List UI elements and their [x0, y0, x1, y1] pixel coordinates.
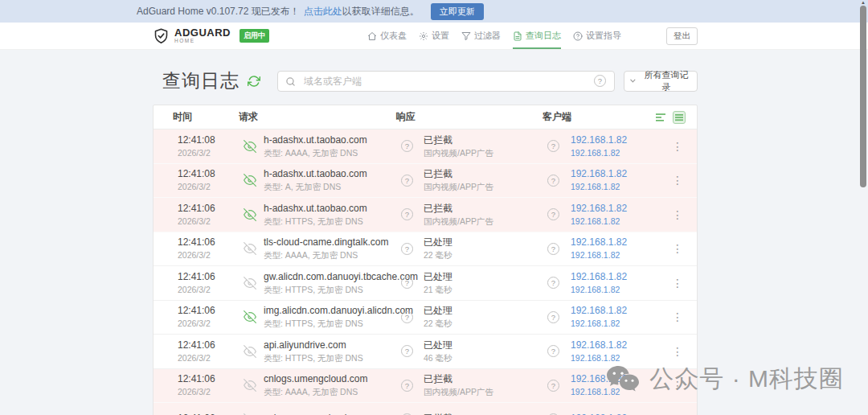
search-input[interactable] — [277, 71, 615, 92]
domain: img.alicdn.com.danuoyi.alicdn.com — [264, 305, 413, 317]
domain: h-adashx.ut.taobao.com — [264, 168, 367, 180]
query-log-toolbar: 查询日志 ? 所有查询记录 — [153, 68, 698, 93]
time-cell: 12:41:06 2026/3/2 — [178, 373, 244, 397]
request-cell: h-adashx.ut.taobao.com 类型: HTTPS, 无加密 DN… — [244, 203, 401, 227]
response-cell: ? 已处理 46 毫秒 — [401, 339, 547, 364]
client-info-icon: ? — [547, 243, 559, 255]
row-menu-icon[interactable]: ⋮ — [669, 140, 686, 153]
time-cell: 12:41:06 2026/3/2 — [178, 271, 244, 295]
client-ip-link[interactable]: 192.168.1.82 — [571, 203, 627, 215]
row-menu-icon[interactable]: ⋮ — [669, 174, 686, 187]
response-status: 已拦截 — [424, 203, 493, 215]
response-info-icon: ? — [401, 345, 413, 357]
response-info-icon: ? — [401, 175, 413, 187]
client-name-link[interactable]: 192.168.1.82 — [571, 318, 627, 329]
client-name-link[interactable]: 192.168.1.82 — [571, 285, 627, 295]
client-name-link[interactable]: 192.168.1.82 — [571, 250, 627, 261]
page-title: 查询日志 — [162, 68, 240, 93]
time-cell: 12:41:08 2026/3/2 — [178, 168, 244, 192]
client-ip-link[interactable]: 192.168.1.82 — [571, 271, 627, 283]
query-filter-label: 所有查询记录 — [641, 69, 692, 93]
top-nav: ADGUARD HOME 启用中 仪表盘 设置 过滤器 — [0, 23, 868, 50]
client-name-link[interactable]: 192.168.1.82 — [571, 216, 627, 227]
row-menu-icon[interactable]: ⋮ — [669, 242, 686, 255]
request-cell: api.aliyundrive.com 类型: HTTPS, 无加密 DNS — [244, 339, 401, 364]
client-info-icon: ? — [547, 345, 559, 357]
update-now-button[interactable]: 立即更新 — [431, 3, 484, 20]
shield-check-icon — [153, 27, 170, 44]
log-row: 12:41:06 2026/3/2 tls-cloud-cname.dingta… — [154, 232, 697, 267]
eye-off-icon — [244, 310, 256, 323]
response-detail: 国内视频/APP广告 — [424, 216, 493, 227]
eye-off-icon — [244, 379, 256, 392]
table-header: 时间 请求 响应 客户端 — [154, 105, 697, 129]
col-header-client: 客户端 — [542, 110, 651, 124]
wechat-icon — [606, 364, 640, 395]
compact-view-icon[interactable] — [656, 112, 667, 123]
client-ip-link[interactable]: 192.168.1.82 — [571, 236, 627, 249]
request-cell: h-adashx.ut.taobao.com 类型: AAAA, 无加密 DNS — [244, 134, 401, 158]
query-type: 类型: AAAA, 无加密 DNS — [264, 148, 367, 158]
update-details-link[interactable]: 点击此处 — [304, 5, 342, 18]
client-cell: ? 192.168.1.82 192.168.1.82 — [547, 236, 656, 261]
query-type: 类型: A, 无加密 DNS — [264, 182, 367, 192]
client-ip-link[interactable]: 192.168.1.82 — [571, 168, 627, 180]
scroll-up-arrow-icon[interactable]: ▲ — [861, 0, 866, 5]
logout-button[interactable]: 登出 — [666, 27, 698, 45]
response-detail: 国内视频/APP广告 — [424, 148, 493, 158]
row-menu-icon[interactable]: ⋮ — [669, 277, 686, 290]
client-ip-link[interactable]: 192.168.1.82 — [571, 339, 627, 351]
nav-item-dashboard[interactable]: 仪表盘 — [367, 23, 407, 49]
client-cell: ? 192.168.1.82 192.168.1.82 — [547, 168, 656, 192]
client-cell: ? 192.168.1.82 192.168.1.82 — [547, 339, 656, 364]
request-cell: tls-cloud-cname.dingtalk.com 类型: AAAA, 无… — [244, 236, 401, 261]
client-name-link[interactable]: 192.168.1.82 — [571, 148, 627, 158]
response-cell: ? 已处理 22 毫秒 — [401, 236, 547, 261]
row-menu-icon[interactable]: ⋮ — [669, 345, 686, 358]
update-message-suffix: 以获取详细信息。 — [342, 5, 420, 18]
nav-item-filters[interactable]: 过滤器 — [461, 23, 501, 49]
response-cell: ? 已拦截 国内视频/APP广告 — [401, 373, 547, 397]
detailed-view-icon[interactable] — [673, 111, 686, 124]
client-cell: ? 192.168.1.82 192.168.1.82 — [547, 134, 656, 158]
refresh-icon[interactable] — [248, 75, 260, 88]
response-info-icon: ? — [401, 208, 413, 220]
response-status: 已处理 — [424, 305, 452, 317]
response-status: 已拦截 — [424, 134, 493, 146]
guide-icon — [573, 31, 583, 41]
nav-item-query-log[interactable]: 查询日志 — [513, 23, 561, 49]
scrollbar-thumb[interactable] — [860, 6, 866, 187]
watermark: 公众号 · M科技圈 — [606, 363, 844, 396]
client-ip-link[interactable]: 192.168.1.82 — [571, 134, 627, 146]
response-info-icon: ? — [401, 311, 413, 323]
response-detail: 21 毫秒 — [424, 285, 452, 295]
client-name-link[interactable]: 192.168.1.82 — [571, 353, 627, 364]
eye-off-icon — [244, 345, 256, 358]
response-info-icon: ? — [401, 140, 413, 152]
response-detail: 国内视频/APP广告 — [424, 387, 493, 397]
client-ip-link[interactable]: 192.168.1.82 — [571, 305, 627, 317]
row-menu-icon[interactable]: ⋮ — [669, 310, 686, 323]
eye-off-icon — [244, 174, 256, 187]
nav-item-guide[interactable]: 设置指导 — [573, 23, 621, 49]
domain: h-adashx.ut.taobao.com — [264, 134, 367, 146]
time-cell: 12:41:06 2026/3/2 — [178, 339, 244, 364]
log-row: 12:41:08 2026/3/2 h-adashx.ut.taobao.com… — [154, 164, 697, 199]
response-info-icon: ? — [401, 277, 413, 289]
time-cell: 12:41:08 2026/3/2 — [178, 134, 244, 158]
row-menu-icon[interactable]: ⋮ — [669, 208, 686, 221]
search-help-icon[interactable]: ? — [594, 75, 606, 87]
query-filter-dropdown[interactable]: 所有查询记录 — [624, 71, 698, 92]
request-cell: h-adashx.ut.taobao.com 类型: A, 无加密 DNS — [244, 168, 401, 192]
response-detail: 46 毫秒 — [424, 353, 452, 364]
response-cell: ? 已处理 22 毫秒 — [401, 305, 547, 329]
search-icon — [285, 76, 296, 90]
response-cell: ? 已拦截 国内视频/APP广告 — [401, 168, 547, 192]
col-header-time: 时间 — [173, 110, 239, 124]
adguard-logo: ADGUARD HOME 启用中 — [153, 27, 269, 44]
nav-item-settings[interactable]: 设置 — [419, 23, 449, 49]
eye-off-icon — [244, 140, 256, 153]
client-name-link[interactable]: 192.168.1.82 — [571, 182, 627, 192]
client-info-icon: ? — [547, 311, 559, 323]
response-status: 已拦截 — [424, 168, 493, 180]
